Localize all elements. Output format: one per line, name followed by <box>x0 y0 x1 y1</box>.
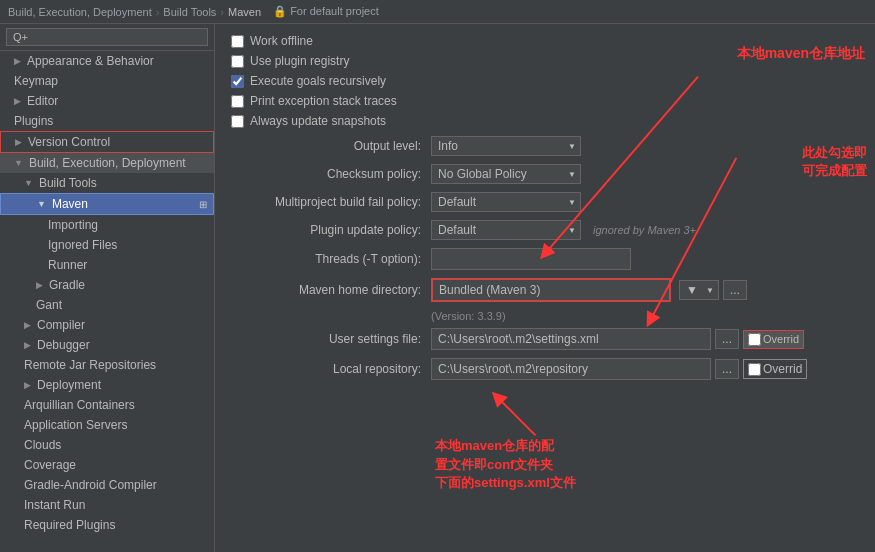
multiproject-dropdown[interactable]: Default <box>431 192 581 212</box>
sidebar: ▶ Appearance & Behavior Keymap ▶ Editor … <box>0 24 215 552</box>
sidebar-item-arquillian[interactable]: Arquillian Containers <box>0 395 214 415</box>
sidebar-label-arquillian: Arquillian Containers <box>24 398 135 412</box>
local-repo-row: Local repository: ... Overrid <box>231 358 859 380</box>
sidebar-label-buildtools: Build Tools <box>39 176 97 190</box>
sidebar-item-coverage[interactable]: Coverage <box>0 455 214 475</box>
sidebar-label-maven: Maven <box>52 197 88 211</box>
user-settings-row: User settings file: ... Overrid <box>231 328 859 350</box>
override-label: Overrid <box>763 333 799 345</box>
maven-home-control: ▼ ... <box>431 278 859 302</box>
maven-home-dropdown[interactable]: ▼ <box>679 280 719 300</box>
sidebar-label-plugins: Plugins <box>14 114 53 128</box>
sidebar-label-gant: Gant <box>36 298 62 312</box>
plugin-registry-label: Use plugin registry <box>250 54 349 68</box>
arrow-icon-vc: ▶ <box>15 137 22 147</box>
arrow-icon-gradle: ▶ <box>36 280 43 290</box>
local-repo-control: ... Overrid <box>431 358 859 380</box>
multiproject-control: Default <box>431 192 859 212</box>
output-level-dropdown[interactable]: Info <box>431 136 581 156</box>
sidebar-item-gant[interactable]: Gant <box>0 295 214 315</box>
sidebar-item-clouds[interactable]: Clouds <box>0 435 214 455</box>
sidebar-label-instantrun: Instant Run <box>24 498 85 512</box>
execute-goals-checkbox[interactable] <box>231 75 244 88</box>
sidebar-item-importing[interactable]: Importing <box>0 215 214 235</box>
sidebar-label-appearance: Appearance & Behavior <box>27 54 154 68</box>
arrow-icon-build: ▼ <box>14 158 23 168</box>
sidebar-label-gradleandroid: Gradle-Android Compiler <box>24 478 157 492</box>
checksum-control: No Global Policy <box>431 164 859 184</box>
content-area: Work offline Use plugin registry Execute… <box>215 24 875 552</box>
sidebar-label-importing: Importing <box>48 218 98 232</box>
sidebar-label-clouds: Clouds <box>24 438 61 452</box>
sidebar-item-instantrun[interactable]: Instant Run <box>0 495 214 515</box>
print-exception-checkbox[interactable] <box>231 95 244 108</box>
sidebar-label-remotejar: Remote Jar Repositories <box>24 358 156 372</box>
sidebar-item-versioncontrol[interactable]: ▶ Version Control <box>0 131 214 153</box>
checksum-label: Checksum policy: <box>231 167 431 181</box>
sidebar-item-gradle[interactable]: ▶ Gradle <box>0 275 214 295</box>
sidebar-item-buildtools[interactable]: ▼ Build Tools <box>0 173 214 193</box>
maven-home-input[interactable] <box>431 278 671 302</box>
local-repo-browse[interactable]: ... <box>715 359 739 379</box>
sidebar-item-editor[interactable]: ▶ Editor <box>0 91 214 111</box>
checksum-dropdown[interactable]: No Global Policy <box>431 164 581 184</box>
breadcrumb-for-default: 🔒 For default project <box>273 5 379 18</box>
arrow-icon-debugger: ▶ <box>24 340 31 350</box>
plugin-registry-checkbox[interactable] <box>231 55 244 68</box>
arrow-icon-buildtools: ▼ <box>24 178 33 188</box>
maven-home-label: Maven home directory: <box>231 283 431 297</box>
sidebar-label-runner: Runner <box>48 258 87 272</box>
threads-control <box>431 248 859 270</box>
sidebar-item-build[interactable]: ▼ Build, Execution, Deployment <box>0 153 214 173</box>
local-repo-override-checkbox[interactable] <box>748 363 761 376</box>
sidebar-item-remotejar[interactable]: Remote Jar Repositories <box>0 355 214 375</box>
breadcrumb-sep2: › <box>220 6 224 18</box>
annotation-text-3-line3: 下面的settings.xml文件 <box>435 475 576 490</box>
sidebar-item-keymap[interactable]: Keymap <box>0 71 214 91</box>
execute-goals-row: Execute goals recursively <box>231 74 859 88</box>
threads-input[interactable] <box>431 248 631 270</box>
user-settings-input[interactable] <box>431 328 711 350</box>
always-update-label: Always update snapshots <box>250 114 386 128</box>
sidebar-item-runner[interactable]: Runner <box>0 255 214 275</box>
arrow-icon-deployment: ▶ <box>24 380 31 390</box>
plugin-update-dropdown[interactable]: Default <box>431 220 581 240</box>
annotation-text-3-line2: 置文件即conf文件夹 <box>435 457 553 472</box>
arrow-icon: ▶ <box>14 56 21 66</box>
sidebar-item-deployment[interactable]: ▶ Deployment <box>0 375 214 395</box>
sidebar-label-editor: Editor <box>27 94 58 108</box>
maven-icon: ⊞ <box>199 199 207 210</box>
work-offline-checkbox[interactable] <box>231 35 244 48</box>
override-checkbox[interactable] <box>748 333 761 346</box>
breadcrumb-sep1: › <box>156 6 160 18</box>
sidebar-item-gradleandroid[interactable]: Gradle-Android Compiler <box>0 475 214 495</box>
local-repo-override-label: Overrid <box>763 362 802 376</box>
sidebar-item-plugins[interactable]: Plugins <box>0 111 214 131</box>
arrow-icon-editor: ▶ <box>14 96 21 106</box>
sidebar-item-ignoredfiles[interactable]: Ignored Files <box>0 235 214 255</box>
plugin-update-control: Default ignored by Maven 3+ <box>431 220 859 240</box>
checksum-row: Checksum policy: No Global Policy <box>231 164 859 184</box>
user-settings-label: User settings file: <box>231 332 431 346</box>
plugin-update-row: Plugin update policy: Default ignored by… <box>231 220 859 240</box>
print-exception-row: Print exception stack traces <box>231 94 859 108</box>
sidebar-item-appservers[interactable]: Application Servers <box>0 415 214 435</box>
breadcrumb-part2: Build Tools <box>163 6 216 18</box>
maven-home-browse[interactable]: ... <box>723 280 747 300</box>
sidebar-item-requiredplugins[interactable]: Required Plugins <box>0 515 214 535</box>
sidebar-item-appearance[interactable]: ▶ Appearance & Behavior <box>0 51 214 71</box>
sidebar-item-debugger[interactable]: ▶ Debugger <box>0 335 214 355</box>
always-update-checkbox[interactable] <box>231 115 244 128</box>
user-settings-browse[interactable]: ... <box>715 329 739 349</box>
sidebar-item-compiler[interactable]: ▶ Compiler <box>0 315 214 335</box>
ignored-text: ignored by Maven 3+ <box>593 224 696 236</box>
annotation-text-3: 本地maven仓库的配 置文件即conf文件夹 下面的settings.xml文… <box>435 437 576 492</box>
local-repo-input[interactable] <box>431 358 711 380</box>
breadcrumb-bar: Build, Execution, Deployment › Build Too… <box>0 0 875 24</box>
sidebar-item-maven[interactable]: ▼ Maven ⊞ <box>0 193 214 215</box>
user-settings-control: ... Overrid <box>431 328 859 350</box>
settings-panel: Work offline Use plugin registry Execute… <box>231 34 859 380</box>
sidebar-label-keymap: Keymap <box>14 74 58 88</box>
search-input[interactable] <box>6 28 208 46</box>
sidebar-label-ignoredfiles: Ignored Files <box>48 238 117 252</box>
